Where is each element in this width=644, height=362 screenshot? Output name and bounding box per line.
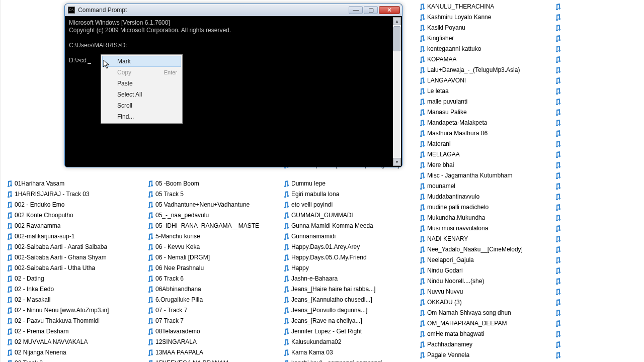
file-item[interactable]	[549, 33, 644, 43]
file-item[interactable]: Jashn-e-Bahaara	[277, 273, 413, 284]
file-item[interactable]: 06 Nee Prashnalu	[141, 262, 277, 273]
titlebar[interactable]: Command Prompt — ▢ ✕	[65, 4, 402, 16]
file-item[interactable]: malle puvulanti	[413, 96, 549, 107]
file-item[interactable]: 02 - Prema Desham	[1, 326, 141, 336]
file-item[interactable]: Masthura Masthura 06	[413, 128, 549, 138]
file-item[interactable]: Lalu+Darwaja_-_(TeluguMp3.Asia)	[413, 64, 549, 75]
file-item[interactable]	[549, 307, 644, 318]
file-item[interactable]: Pachhadanamey	[413, 339, 549, 349]
file-item[interactable]	[549, 1, 644, 12]
file-item[interactable]: Jeans_[Rave na cheliya...]	[277, 315, 413, 326]
file-item[interactable]	[549, 12, 644, 22]
file-item[interactable]: 12SINGARALA	[141, 336, 277, 347]
file-item[interactable]: kontegaanni kattuko	[413, 43, 549, 54]
scroll-down-button[interactable]: ▼	[393, 158, 401, 166]
file-item[interactable]	[549, 339, 644, 349]
file-item[interactable]: Le letaa	[413, 85, 549, 96]
file-item[interactable]: NADI KENARY	[413, 233, 549, 244]
file-item[interactable]: Kasiki Poyanu	[413, 22, 549, 33]
file-item[interactable]: 15NEEVEGA NA PRANAM	[141, 357, 277, 362]
file-item[interactable]	[549, 117, 644, 128]
file-item[interactable]	[549, 85, 644, 96]
file-item[interactable]	[549, 202, 644, 212]
menu-select-all[interactable]: Select All	[102, 89, 181, 100]
file-item[interactable]	[549, 64, 644, 75]
file-item[interactable]: 02 Nijanga Nenena	[1, 347, 141, 357]
file-item[interactable]: 06 - Nemali [DRGM]	[141, 252, 277, 262]
file-item[interactable]: LANGAAVONI	[413, 75, 549, 85]
file-item[interactable]: Nindu Noorell....(she)	[413, 276, 549, 286]
file-item[interactable]: 05_IDHI_RANA_RANGAMA__MASTE	[141, 220, 277, 231]
file-item[interactable]	[549, 22, 644, 33]
file-item[interactable]: 05 -Boom Boom	[141, 178, 277, 189]
scroll-up-button[interactable]: ▲	[393, 17, 401, 25]
close-button[interactable]: ✕	[379, 6, 400, 14]
file-item[interactable]: 01Harihara Vasam	[1, 178, 141, 189]
file-item[interactable]	[549, 276, 644, 286]
file-item[interactable]	[549, 138, 644, 149]
file-item[interactable]	[549, 43, 644, 54]
file-item[interactable]: Manasu Palike	[413, 107, 549, 117]
file-item[interactable]	[549, 149, 644, 159]
file-item[interactable]: Musi musi navvulalona	[413, 223, 549, 233]
file-item[interactable]: Happy.Days.05.O.My.Friend	[277, 252, 413, 262]
file-item[interactable]: Dummu lepe	[277, 178, 413, 189]
file-item[interactable]	[549, 191, 644, 202]
file-item[interactable]	[549, 180, 644, 191]
file-item[interactable]: 07 - Track 7	[141, 305, 277, 315]
file-item[interactable]: 06 - Kevvu Keka	[141, 241, 277, 252]
file-item[interactable]: Neelapori_Gajula	[413, 254, 549, 265]
file-item[interactable]: Jeans_[Kannulatho chusedi...]	[277, 294, 413, 305]
file-item[interactable]	[549, 244, 644, 254]
file-item[interactable]: 002-Saibaba Aarti - Aarati Saibaba	[1, 241, 141, 252]
file-item[interactable]: Mandapeta-Malakpeta	[413, 117, 549, 128]
menu-mark[interactable]: Mark	[102, 56, 181, 67]
menu-find[interactable]: Find...	[102, 111, 181, 122]
file-item[interactable]	[549, 328, 644, 339]
scroll-thumb[interactable]	[393, 26, 400, 51]
file-item[interactable]: Gunna Mamidi Komma Meeda	[277, 220, 413, 231]
file-item[interactable]	[549, 54, 644, 64]
file-item[interactable]: kanchi kovil - samnangi-samnangi	[277, 357, 413, 362]
file-item[interactable]: mudine palli madichelo	[413, 202, 549, 212]
file-item[interactable]	[549, 159, 644, 170]
file-item[interactable]	[549, 212, 644, 223]
file-item[interactable]: 002 Konte Chooputho	[1, 210, 141, 220]
file-item[interactable]: 002 Ravanamma	[1, 220, 141, 231]
file-item[interactable]: 02 - Inka Eedo	[1, 284, 141, 294]
file-item[interactable]: 13MAA PAAPALA	[141, 347, 277, 357]
file-item[interactable]: 6.Orugalluke Pilla	[141, 294, 277, 305]
file-item[interactable]: KOPAMAA	[413, 54, 549, 64]
file-item[interactable]	[549, 107, 644, 117]
file-item[interactable]: 05_-_naa_pedavulu	[141, 210, 277, 220]
file-item[interactable]: Misc - Jagamantha Kutumbham	[413, 170, 549, 180]
file-item[interactable]	[549, 349, 644, 360]
file-item[interactable]: Happy.Days.01.Arey.Arey	[277, 241, 413, 252]
file-item[interactable]	[549, 286, 644, 297]
file-item[interactable]: 05 Track 5	[141, 189, 277, 199]
file-item[interactable]: Kingfisher	[413, 33, 549, 43]
file-item[interactable]: Nee_Yadalo_Naaku__[CineMelody]	[413, 244, 549, 254]
file-item[interactable]: eto velli poyindi	[277, 199, 413, 210]
file-item[interactable]	[549, 254, 644, 265]
file-item[interactable]: 02 - Paavu Thakkuva Thommidi	[1, 315, 141, 326]
file-item[interactable]: KANULU_THERACHINA	[413, 1, 549, 12]
file-item[interactable]: omHe mata bhagwati	[413, 328, 549, 339]
file-item[interactable]: 02 - Ninnu Nenu [www.AtoZmp3.in]	[1, 305, 141, 315]
file-item[interactable]: RANKIDA	[413, 360, 549, 362]
file-item[interactable]: Nuvvu Nuvvu	[413, 286, 549, 297]
file-item[interactable]	[549, 297, 644, 307]
file-item[interactable]: MELLAGAA	[413, 149, 549, 159]
file-item[interactable]: 5-Manchu kurise	[141, 231, 277, 241]
file-item[interactable]: 02 - Masakali	[1, 294, 141, 305]
file-item[interactable]	[549, 128, 644, 138]
file-item[interactable]: Materani	[413, 138, 549, 149]
minimize-button[interactable]: —	[349, 6, 363, 14]
file-item[interactable]: 06 Track 6	[141, 273, 277, 284]
file-item[interactable]: Jennifer Lopez - Get Right	[277, 326, 413, 336]
file-item[interactable]	[549, 223, 644, 233]
file-item[interactable]	[549, 170, 644, 180]
menu-paste[interactable]: Paste	[102, 78, 181, 89]
file-item[interactable]: 08Telavarademo	[141, 326, 277, 336]
file-item[interactable]: Om Namah Shivaya song dhun	[413, 307, 549, 318]
